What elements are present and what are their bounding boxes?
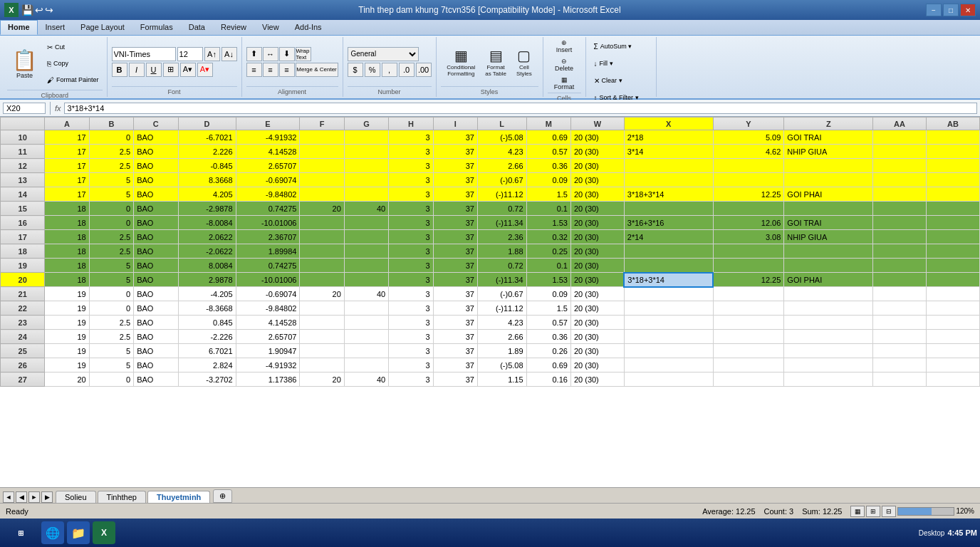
cell-m26[interactable]: 0.69 [526,358,570,373]
sheet-nav-prev[interactable]: ◄ [3,491,14,503]
cell-z11[interactable]: NHIP GIUA [784,145,873,159]
cell-x23[interactable] [624,316,713,330]
format-as-table-btn[interactable]: ▤ Formatas Table [481,45,510,79]
cell-aa18[interactable] [873,244,927,259]
cell-e12[interactable]: 2.65707 [236,159,300,173]
cell-aa11[interactable] [873,145,927,159]
cell-z21[interactable] [784,287,873,301]
col-header-y[interactable]: Y [713,118,784,130]
cell-w10[interactable]: 20 (30) [570,130,624,145]
cell-e24[interactable]: 2.65707 [236,330,300,344]
col-header-m[interactable]: M [526,118,570,130]
cell-a16[interactable]: 18 [45,216,89,230]
cell-z16[interactable]: GOI TRAI [784,216,873,230]
cell-a25[interactable]: 19 [45,344,89,358]
cell-e14[interactable]: -9.84802 [236,187,300,202]
cell-e13[interactable]: -0.69074 [236,173,300,187]
decrease-decimal-btn[interactable]: .00 [416,63,432,77]
cell-aa21[interactable] [873,287,927,301]
cell-l20[interactable]: (-)11.34 [477,273,526,287]
cell-m24[interactable]: 0.36 [526,330,570,344]
cell-ab10[interactable] [926,130,979,145]
col-header-l[interactable]: L [477,118,526,130]
col-header-h[interactable]: H [389,118,433,130]
cell-i12[interactable]: 37 [433,159,477,173]
cell-y20[interactable]: 12.25 [713,273,784,287]
cell-l18[interactable]: 1.88 [477,244,526,259]
cell-z19[interactable] [784,259,873,273]
cell-m13[interactable]: 0.09 [526,173,570,187]
col-header-a[interactable]: A [45,118,89,130]
quick-access[interactable]: 💾 ↩ ↪ [21,4,53,16]
cell-x21[interactable] [624,287,713,301]
decrease-font-btn[interactable]: A↓ [221,47,237,61]
cell-l11[interactable]: 4.23 [477,145,526,159]
align-right-btn[interactable]: ≡ [279,63,295,77]
cell-l15[interactable]: 0.72 [477,202,526,216]
cell-g24[interactable] [344,330,388,344]
cell-f20[interactable] [300,273,344,287]
clear-btn[interactable]: ✕ Clear ▾ [590,73,626,88]
cell-d20[interactable]: 2.9878 [178,273,236,287]
cell-b10[interactable]: 0 [89,130,133,145]
cell-i26[interactable]: 37 [433,358,477,373]
cell-x27[interactable] [624,373,713,387]
cell-e17[interactable]: 2.36707 [236,230,300,244]
cell-b11[interactable]: 2.5 [89,145,133,159]
cell-m14[interactable]: 1.5 [526,187,570,202]
cell-m17[interactable]: 0.32 [526,230,570,244]
cell-z26[interactable] [784,358,873,373]
cell-g20[interactable] [344,273,388,287]
cell-m16[interactable]: 1.53 [526,216,570,230]
cell-c13[interactable]: BAO [134,173,178,187]
cell-ab27[interactable] [926,373,979,387]
cell-w14[interactable]: 20 (30) [570,187,624,202]
cell-c23[interactable]: BAO [134,316,178,330]
cell-a24[interactable]: 19 [45,330,89,344]
cell-aa22[interactable] [873,301,927,316]
cell-f10[interactable] [300,130,344,145]
increase-font-btn[interactable]: A↑ [204,47,220,61]
cell-f24[interactable] [300,330,344,344]
cell-e26[interactable]: -4.91932 [236,358,300,373]
cell-h13[interactable]: 3 [389,173,433,187]
cell-w17[interactable]: 20 (30) [570,230,624,244]
col-header-aa[interactable]: AA [873,118,927,130]
increase-decimal-btn[interactable]: .0 [399,63,415,77]
cell-w20[interactable]: 20 (30) [570,273,624,287]
cell-m11[interactable]: 0.57 [526,145,570,159]
cell-b24[interactable]: 2.5 [89,330,133,344]
cell-ab11[interactable] [926,145,979,159]
col-header-ab[interactable]: AB [926,118,979,130]
cell-m18[interactable]: 0.25 [526,244,570,259]
page-break-view-btn[interactable]: ⊟ [882,506,896,517]
taskbar-item-excel[interactable]: X [93,521,115,544]
cell-w19[interactable]: 20 (30) [570,259,624,273]
cell-c15[interactable]: BAO [134,202,178,216]
cell-y13[interactable] [713,173,784,187]
cell-g26[interactable] [344,358,388,373]
cell-y27[interactable] [713,373,784,387]
row-header[interactable]: 26 [1,358,45,373]
cell-f23[interactable] [300,316,344,330]
cell-y24[interactable] [713,330,784,344]
cell-x22[interactable] [624,301,713,316]
sheet-nav-last[interactable]: ▶ [41,491,53,503]
cell-g25[interactable] [344,344,388,358]
cell-e21[interactable]: -0.69074 [236,287,300,301]
sheet-tab-solieu[interactable]: Solieu [56,491,96,503]
cell-b23[interactable]: 2.5 [89,316,133,330]
normal-view-btn[interactable]: ▦ [850,506,865,517]
cell-y21[interactable] [713,287,784,301]
conditional-formatting-btn[interactable]: ▦ ConditionalFormatting [443,45,479,79]
align-left-btn[interactable]: ≡ [246,63,262,77]
cell-e19[interactable]: 0.74275 [236,259,300,273]
cell-f15[interactable]: 20 [300,202,344,216]
cell-g10[interactable] [344,130,388,145]
row-header[interactable]: 10 [1,130,45,145]
col-header-c[interactable]: C [134,118,178,130]
cell-i20[interactable]: 37 [433,273,477,287]
cell-e18[interactable]: 1.89984 [236,244,300,259]
cell-f17[interactable] [300,230,344,244]
cell-ab20[interactable] [926,273,979,287]
